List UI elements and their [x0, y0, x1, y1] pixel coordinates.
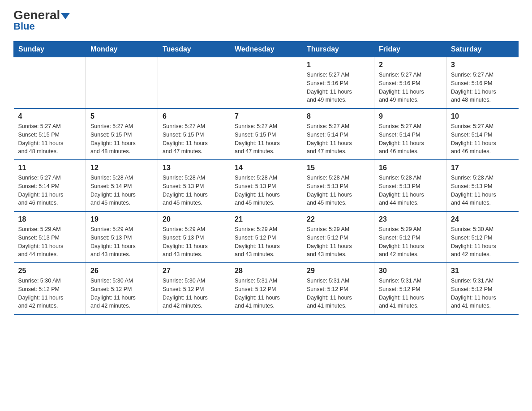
day-info: Sunrise: 5:28 AM Sunset: 5:13 PM Dayligh… [163, 174, 225, 207]
day-info: Sunrise: 5:29 AM Sunset: 5:12 PM Dayligh… [379, 225, 442, 259]
day-info: Sunrise: 5:30 AM Sunset: 5:12 PM Dayligh… [163, 277, 225, 310]
day-cell: 4Sunrise: 5:27 AM Sunset: 5:15 PM Daylig… [14, 108, 86, 160]
day-info: Sunrise: 5:27 AM Sunset: 5:14 PM Dayligh… [18, 174, 82, 207]
day-cell: 5Sunrise: 5:27 AM Sunset: 5:15 PM Daylig… [86, 108, 158, 160]
day-info: Sunrise: 5:30 AM Sunset: 5:12 PM Dayligh… [451, 225, 514, 259]
day-cell [230, 57, 302, 109]
logo-triangle-icon [61, 13, 70, 19]
day-cell: 31Sunrise: 5:31 AM Sunset: 5:12 PM Dayli… [446, 263, 519, 314]
day-info: Sunrise: 5:29 AM Sunset: 5:13 PM Dayligh… [163, 225, 225, 259]
day-cell: 26Sunrise: 5:30 AM Sunset: 5:12 PM Dayli… [86, 263, 158, 314]
day-number: 3 [451, 61, 514, 69]
day-cell: 27Sunrise: 5:30 AM Sunset: 5:12 PM Dayli… [158, 263, 230, 314]
day-number: 10 [451, 112, 514, 120]
week-row-2: 4Sunrise: 5:27 AM Sunset: 5:15 PM Daylig… [14, 108, 519, 160]
day-cell: 10Sunrise: 5:27 AM Sunset: 5:14 PM Dayli… [446, 108, 519, 160]
day-number: 15 [307, 164, 369, 172]
day-info: Sunrise: 5:27 AM Sunset: 5:15 PM Dayligh… [163, 122, 225, 156]
day-cell: 11Sunrise: 5:27 AM Sunset: 5:14 PM Dayli… [14, 160, 86, 211]
day-cell: 15Sunrise: 5:28 AM Sunset: 5:13 PM Dayli… [302, 160, 374, 211]
day-info: Sunrise: 5:31 AM Sunset: 5:12 PM Dayligh… [451, 277, 514, 310]
day-info: Sunrise: 5:29 AM Sunset: 5:12 PM Dayligh… [235, 225, 297, 259]
day-number: 4 [18, 112, 82, 120]
day-cell: 28Sunrise: 5:31 AM Sunset: 5:12 PM Dayli… [230, 263, 302, 314]
day-cell: 18Sunrise: 5:29 AM Sunset: 5:13 PM Dayli… [14, 211, 86, 263]
day-info: Sunrise: 5:27 AM Sunset: 5:14 PM Dayligh… [451, 122, 514, 156]
header-cell-tuesday: Tuesday [158, 42, 230, 57]
day-cell: 1Sunrise: 5:27 AM Sunset: 5:16 PM Daylig… [302, 57, 374, 109]
header-cell-thursday: Thursday [302, 42, 374, 57]
day-cell: 6Sunrise: 5:27 AM Sunset: 5:15 PM Daylig… [158, 108, 230, 160]
calendar-body: 1Sunrise: 5:27 AM Sunset: 5:16 PM Daylig… [14, 57, 519, 315]
day-number: 19 [90, 215, 153, 223]
header-cell-monday: Monday [86, 42, 158, 57]
header-cell-saturday: Saturday [446, 42, 519, 57]
day-info: Sunrise: 5:27 AM Sunset: 5:16 PM Dayligh… [307, 71, 369, 104]
day-cell: 16Sunrise: 5:28 AM Sunset: 5:13 PM Dayli… [374, 160, 446, 211]
day-info: Sunrise: 5:27 AM Sunset: 5:15 PM Dayligh… [235, 122, 297, 156]
day-number: 2 [379, 61, 442, 69]
day-cell: 2Sunrise: 5:27 AM Sunset: 5:16 PM Daylig… [374, 57, 446, 109]
day-number: 1 [307, 61, 369, 69]
day-number: 18 [18, 215, 82, 223]
calendar-header: SundayMondayTuesdayWednesdayThursdayFrid… [14, 42, 519, 57]
day-cell [86, 57, 158, 109]
day-info: Sunrise: 5:27 AM Sunset: 5:14 PM Dayligh… [307, 122, 369, 156]
day-info: Sunrise: 5:29 AM Sunset: 5:13 PM Dayligh… [18, 225, 82, 259]
day-cell: 17Sunrise: 5:28 AM Sunset: 5:13 PM Dayli… [446, 160, 519, 211]
day-info: Sunrise: 5:27 AM Sunset: 5:14 PM Dayligh… [379, 122, 442, 156]
day-number: 12 [90, 164, 153, 172]
day-info: Sunrise: 5:28 AM Sunset: 5:13 PM Dayligh… [235, 174, 297, 207]
day-number: 13 [163, 164, 225, 172]
day-cell: 22Sunrise: 5:29 AM Sunset: 5:12 PM Dayli… [302, 211, 374, 263]
day-number: 16 [379, 164, 442, 172]
day-number: 11 [18, 164, 82, 172]
day-info: Sunrise: 5:27 AM Sunset: 5:15 PM Dayligh… [18, 122, 82, 156]
day-number: 6 [163, 112, 225, 120]
day-cell: 7Sunrise: 5:27 AM Sunset: 5:15 PM Daylig… [230, 108, 302, 160]
day-cell: 19Sunrise: 5:29 AM Sunset: 5:13 PM Dayli… [86, 211, 158, 263]
day-number: 28 [235, 267, 297, 275]
day-cell: 29Sunrise: 5:31 AM Sunset: 5:12 PM Dayli… [302, 263, 374, 314]
day-info: Sunrise: 5:28 AM Sunset: 5:13 PM Dayligh… [379, 174, 442, 207]
day-number: 8 [307, 112, 369, 120]
day-info: Sunrise: 5:27 AM Sunset: 5:15 PM Dayligh… [90, 122, 153, 156]
week-row-3: 11Sunrise: 5:27 AM Sunset: 5:14 PM Dayli… [14, 160, 519, 211]
day-cell: 14Sunrise: 5:28 AM Sunset: 5:13 PM Dayli… [230, 160, 302, 211]
day-info: Sunrise: 5:27 AM Sunset: 5:16 PM Dayligh… [451, 71, 514, 104]
day-cell: 23Sunrise: 5:29 AM Sunset: 5:12 PM Dayli… [374, 211, 446, 263]
week-row-5: 25Sunrise: 5:30 AM Sunset: 5:12 PM Dayli… [14, 263, 519, 314]
page-header: General Blue [13, 9, 519, 32]
day-info: Sunrise: 5:29 AM Sunset: 5:13 PM Dayligh… [90, 225, 153, 259]
day-number: 20 [163, 215, 225, 223]
day-number: 21 [235, 215, 297, 223]
day-cell: 21Sunrise: 5:29 AM Sunset: 5:12 PM Dayli… [230, 211, 302, 263]
logo: General Blue [13, 9, 70, 32]
header-cell-wednesday: Wednesday [230, 42, 302, 57]
day-number: 25 [18, 267, 82, 275]
day-cell: 30Sunrise: 5:31 AM Sunset: 5:12 PM Dayli… [374, 263, 446, 314]
week-row-4: 18Sunrise: 5:29 AM Sunset: 5:13 PM Dayli… [14, 211, 519, 263]
day-cell: 13Sunrise: 5:28 AM Sunset: 5:13 PM Dayli… [158, 160, 230, 211]
day-number: 14 [235, 164, 297, 172]
day-cell: 12Sunrise: 5:28 AM Sunset: 5:14 PM Dayli… [86, 160, 158, 211]
day-cell: 8Sunrise: 5:27 AM Sunset: 5:14 PM Daylig… [302, 108, 374, 160]
header-cell-friday: Friday [374, 42, 446, 57]
day-info: Sunrise: 5:27 AM Sunset: 5:16 PM Dayligh… [379, 71, 442, 104]
day-number: 22 [307, 215, 369, 223]
logo-blue: Blue [13, 21, 35, 32]
day-number: 5 [90, 112, 153, 120]
day-cell: 20Sunrise: 5:29 AM Sunset: 5:13 PM Dayli… [158, 211, 230, 263]
day-number: 24 [451, 215, 514, 223]
day-cell: 25Sunrise: 5:30 AM Sunset: 5:12 PM Dayli… [14, 263, 86, 314]
day-number: 17 [451, 164, 514, 172]
day-cell: 24Sunrise: 5:30 AM Sunset: 5:12 PM Dayli… [446, 211, 519, 263]
day-cell: 9Sunrise: 5:27 AM Sunset: 5:14 PM Daylig… [374, 108, 446, 160]
day-number: 30 [379, 267, 442, 275]
logo-general: General [13, 9, 70, 21]
header-row: SundayMondayTuesdayWednesdayThursdayFrid… [14, 42, 519, 57]
day-cell [158, 57, 230, 109]
day-info: Sunrise: 5:30 AM Sunset: 5:12 PM Dayligh… [90, 277, 153, 310]
day-info: Sunrise: 5:31 AM Sunset: 5:12 PM Dayligh… [307, 277, 369, 310]
day-number: 9 [379, 112, 442, 120]
